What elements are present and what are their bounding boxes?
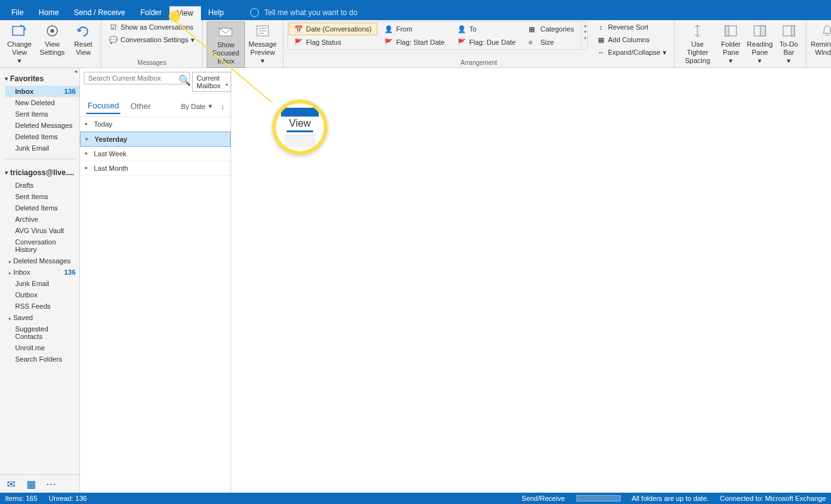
reset-view-button[interactable]: Reset View xyxy=(69,21,97,58)
chevron-down-icon: ▾ xyxy=(209,102,212,110)
window-titlebar xyxy=(0,0,831,5)
other-tab[interactable]: Other xyxy=(129,99,152,113)
nav-search-folders[interactable]: Search Folders xyxy=(5,353,79,365)
nav-new-deleted[interactable]: New Deleted xyxy=(5,97,79,108)
nav-item-label: Sent Items xyxy=(15,193,49,200)
nav-outbox[interactable]: Outbox xyxy=(5,289,79,301)
tell-me-search[interactable]: Tell me what you want to do xyxy=(250,8,357,17)
folder-pane-icon xyxy=(722,23,740,39)
show-as-conversations-checkbox[interactable]: ☑ Show as Conversations xyxy=(105,21,198,33)
reverse-sort-icon: ↕ xyxy=(597,23,605,32)
tab-file[interactable]: File xyxy=(4,6,31,20)
nav-suggested-contacts[interactable]: Suggested Contacts xyxy=(5,323,79,342)
expand-collapse-label: Expand/Collapse xyxy=(608,49,660,56)
arrange-flag-status[interactable]: 🚩Flag Status xyxy=(289,36,377,49)
add-columns-label: Add Columns xyxy=(608,36,650,43)
change-view-icon xyxy=(11,23,28,39)
menubar: File Home Send / Receive Folder View Hel… xyxy=(0,5,831,20)
group-last-month[interactable]: ▸Last Month xyxy=(80,161,231,176)
nav-rss-feeds[interactable]: RSS Feeds xyxy=(5,301,79,312)
search-scope-dropdown[interactable]: Current Mailbox xyxy=(192,72,231,92)
reading-pane-button[interactable]: Reading Pane ▾ xyxy=(745,21,774,67)
add-columns-button[interactable]: ▦Add Columns xyxy=(593,34,670,45)
nav-item-label: Inbox xyxy=(15,88,33,95)
arrange-size[interactable]: ≡Size xyxy=(523,36,580,49)
arrange-flag-start[interactable]: 🚩Flag: Start Date xyxy=(379,36,450,49)
search-icon: 🔍 xyxy=(178,74,186,82)
nav-item-label: New Deleted xyxy=(15,99,55,106)
sort-direction-button[interactable]: ↓ xyxy=(221,103,225,110)
nav-deleted-messages-fav[interactable]: Deleted Messages xyxy=(5,120,79,131)
nav-item-label: Junk Email xyxy=(15,144,49,152)
nav-junk-email-fav[interactable]: Junk Email xyxy=(5,142,79,154)
arrange-scroll-up[interactable]: ▴ xyxy=(584,23,587,28)
ribbon-group-layout: Use Tighter Spacing Folder Pane ▾ Readin… xyxy=(675,20,806,67)
arrange-more[interactable]: ▾ xyxy=(584,35,587,41)
nav-item-label: Deleted Messages xyxy=(15,122,72,129)
search-input[interactable] xyxy=(84,72,190,84)
conversation-settings-button[interactable]: 💬 Conversation Settings ▾ xyxy=(105,34,198,45)
account-header[interactable]: ▾triciagoss@live.... xyxy=(5,166,79,180)
folder-pane-button[interactable]: Folder Pane ▾ xyxy=(718,21,744,67)
to-icon: 👤 xyxy=(457,25,466,33)
reading-pane-label: Reading Pane xyxy=(747,40,773,57)
nav-drafts[interactable]: Drafts xyxy=(5,180,79,191)
calendar-module-icon[interactable]: ▦ xyxy=(25,479,37,489)
arrange-date[interactable]: 📅Date (Conversations) xyxy=(289,23,377,35)
arrange-to[interactable]: 👤To xyxy=(452,23,522,35)
arrange-size-label: Size xyxy=(541,38,554,46)
nav-avg-vault[interactable]: AVG Virus Vault xyxy=(5,225,79,236)
categories-icon: ▦ xyxy=(529,25,537,33)
tighter-spacing-label: Use Tighter Spacing xyxy=(682,40,713,66)
tighter-spacing-button[interactable]: Use Tighter Spacing xyxy=(679,21,716,67)
group-last-week[interactable]: ▸Last Week xyxy=(80,147,231,161)
todo-bar-button[interactable]: To-Do Bar ▾ xyxy=(776,21,802,67)
tab-send-receive[interactable]: Send / Receive xyxy=(66,6,132,20)
group-today[interactable]: ▸Today xyxy=(80,117,231,132)
from-icon: 👤 xyxy=(384,25,393,33)
arrange-categories[interactable]: ▦Categories xyxy=(523,23,580,35)
change-view-button[interactable]: Change View ▾ xyxy=(4,21,35,67)
arrange-flag-due[interactable]: 🚩Flag: Due Date xyxy=(452,36,522,49)
ribbon-group-messages: ☑ Show as Conversations 💬 Conversation S… xyxy=(101,20,203,67)
reminders-window-button[interactable]: Reminders Window xyxy=(810,21,831,58)
nav-sent-items-fav[interactable]: Sent Items xyxy=(5,108,79,120)
nav-junk-email[interactable]: Junk Email xyxy=(5,278,79,289)
nav-sent-items[interactable]: Sent Items xyxy=(5,191,79,202)
mail-module-icon[interactable]: ✉ xyxy=(5,479,16,489)
nav-item-label: Deleted Messages xyxy=(13,257,71,265)
group-yesterday[interactable]: ▸Yesterday xyxy=(80,132,231,147)
arrange-flag-due-label: Flag: Due Date xyxy=(469,38,516,46)
view-settings-label: View Settings xyxy=(40,40,65,57)
tab-folder[interactable]: Folder xyxy=(133,6,169,20)
show-focused-inbox-button[interactable]: Show Focused Inbox xyxy=(207,21,245,68)
focused-tab[interactable]: Focused xyxy=(86,98,120,114)
more-modules-icon[interactable]: ⋯ xyxy=(45,479,57,489)
favorites-header[interactable]: ▾Favorites xyxy=(5,72,79,86)
message-preview-button[interactable]: Message Preview ▾ xyxy=(246,21,279,67)
collapse-nav-button[interactable]: ◂ xyxy=(72,68,79,76)
tab-help[interactable]: Help xyxy=(201,6,232,20)
arrange-from[interactable]: 👤From xyxy=(379,23,450,35)
nav-deleted-items[interactable]: Deleted Items xyxy=(5,202,79,214)
tab-home[interactable]: Home xyxy=(31,6,66,20)
nav-deleted-items-fav[interactable]: Deleted Items xyxy=(5,131,79,142)
nav-item-label: Deleted Items xyxy=(15,133,58,140)
expand-collapse-button[interactable]: ↔Expand/Collapse ▾ xyxy=(593,47,670,58)
sort-by-dropdown[interactable]: By Date ▾ xyxy=(181,102,212,110)
nav-inbox-fav[interactable]: Inbox136 xyxy=(5,86,79,97)
nav-archive[interactable]: Archive xyxy=(5,214,79,225)
nav-saved[interactable]: ▸Saved xyxy=(5,312,79,323)
status-unread-count: Unread: 136 xyxy=(49,495,87,502)
nav-deleted-messages[interactable]: ▸Deleted Messages xyxy=(5,255,79,266)
nav-inbox[interactable]: ▸Inbox136 xyxy=(5,266,79,278)
nav-unroll-me[interactable]: Unroll.me xyxy=(5,342,79,353)
view-settings-button[interactable]: View Settings xyxy=(37,21,68,58)
arrange-scroll-down[interactable]: ▾ xyxy=(584,29,587,35)
nav-conversation-history[interactable]: Conversation History xyxy=(5,236,79,255)
send-receive-progress xyxy=(576,495,621,501)
arrangement-group-label: Arrangement xyxy=(287,58,670,67)
reverse-sort-button[interactable]: ↕Reverse Sort xyxy=(593,21,670,33)
flag-icon: 🚩 xyxy=(294,38,303,46)
nav-item-label: RSS Feeds xyxy=(15,302,50,310)
